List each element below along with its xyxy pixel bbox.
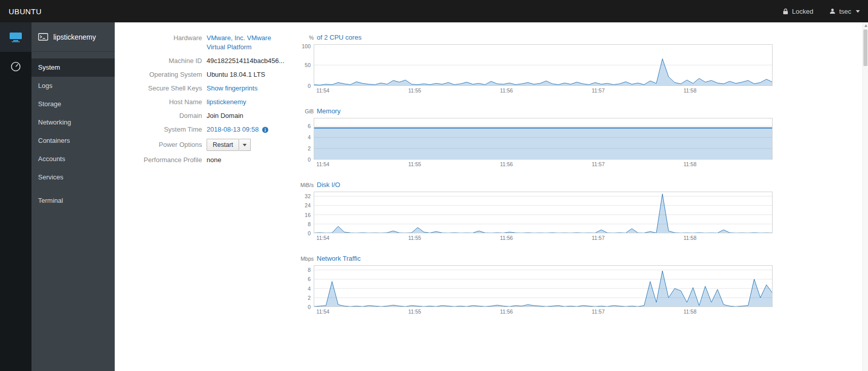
network-x-axis: 11:5411:5511:5611:5711:58 bbox=[314, 307, 773, 315]
hostname-label: Host Name bbox=[115, 98, 207, 107]
network-chart-link[interactable]: Network Traffic bbox=[317, 255, 360, 262]
y-tick-label: 6 bbox=[308, 123, 311, 129]
show-fingerprints-link[interactable]: Show fingerprints bbox=[207, 84, 277, 93]
y-tick-label: 0 bbox=[308, 230, 311, 236]
cpu-y-axis: 050100 bbox=[296, 44, 314, 86]
x-tick-label: 11:54 bbox=[316, 308, 329, 315]
machine-rail bbox=[0, 22, 31, 371]
y-tick-label: 50 bbox=[305, 62, 311, 68]
info-row-domain: Domain Join Domain bbox=[115, 111, 282, 120]
main-content: Hardware VMware, Inc. VMware Virtual Pla… bbox=[115, 22, 868, 371]
chart-series-line bbox=[314, 194, 773, 233]
disk-x-axis: 11:5411:5511:5611:5711:58 bbox=[314, 233, 773, 241]
cpu-x-axis: 11:5411:5511:5611:5711:58 bbox=[314, 86, 773, 94]
y-tick-label: 0 bbox=[308, 157, 311, 163]
restart-button[interactable]: Restart bbox=[207, 139, 239, 151]
info-row-hardware: Hardware VMware, Inc. VMware Virtual Pla… bbox=[115, 34, 282, 52]
hardware-link[interactable]: VMware, Inc. VMware Virtual Platform bbox=[207, 34, 277, 52]
disk-chart-plot[interactable] bbox=[314, 192, 773, 233]
user-label: tsec bbox=[839, 8, 851, 15]
chart-network: Mbps Network Traffic 02468 11:5411:5511:… bbox=[296, 255, 784, 315]
chart-canvas bbox=[314, 44, 773, 86]
cpu-chart-plot[interactable] bbox=[314, 44, 773, 86]
os-label: Operating System bbox=[115, 70, 207, 79]
x-tick-label: 11:54 bbox=[316, 235, 329, 241]
x-tick-label: 11:56 bbox=[500, 308, 513, 315]
user-menu[interactable]: tsec bbox=[821, 0, 868, 22]
rail-item-dashboard[interactable] bbox=[0, 52, 31, 81]
x-tick-label: 11:58 bbox=[684, 308, 697, 315]
y-tick-label: 24 bbox=[305, 202, 311, 208]
brand-logo: UBUNTU bbox=[0, 7, 42, 16]
system-time-link[interactable]: 2018-08-13 09:58 bbox=[207, 125, 259, 134]
sidebar-item-networking[interactable]: Networking bbox=[31, 113, 115, 132]
system-time-label: System Time bbox=[115, 125, 207, 134]
host-icon bbox=[38, 33, 48, 41]
info-row-profile: Performance Profile none bbox=[115, 156, 282, 165]
vertical-scrollbar[interactable] bbox=[862, 22, 868, 371]
locked-label: Locked bbox=[792, 8, 813, 15]
x-tick-label: 11:55 bbox=[408, 235, 421, 241]
info-row-system-time: System Time 2018-08-13 09:58 bbox=[115, 125, 282, 134]
rail-item-host[interactable] bbox=[0, 22, 31, 52]
info-row-os: Operating System Ubuntu 18.04.1 LTS bbox=[115, 70, 282, 79]
disk-unit-label: MiB/s bbox=[296, 182, 314, 188]
x-tick-label: 11:58 bbox=[684, 161, 697, 167]
y-tick-label: 16 bbox=[305, 212, 311, 218]
info-icon[interactable] bbox=[262, 127, 269, 133]
sidebar-separator bbox=[31, 187, 115, 192]
scrollbar-thumb[interactable] bbox=[863, 29, 867, 66]
system-info-panel: Hardware VMware, Inc. VMware Virtual Pla… bbox=[115, 34, 282, 371]
charts-column: % of 2 CPU cores 050100 11:5411:5511:561… bbox=[296, 34, 784, 371]
y-tick-label: 0 bbox=[308, 304, 311, 310]
network-y-axis: 02468 bbox=[296, 265, 314, 307]
chart-series-line bbox=[314, 59, 773, 85]
locked-button[interactable]: Locked bbox=[775, 0, 821, 22]
y-tick-label: 2 bbox=[308, 145, 311, 151]
y-tick-label: 8 bbox=[308, 267, 311, 273]
chart-area-fill bbox=[314, 194, 773, 233]
memory-chart-plot[interactable] bbox=[314, 118, 773, 160]
disk-chart-link[interactable]: Disk I/O bbox=[317, 181, 340, 189]
sidebar: lipstickenemy System Logs Storage Networ… bbox=[31, 22, 115, 371]
sidebar-item-services[interactable]: Services bbox=[31, 168, 115, 187]
performance-profile-label: Performance Profile bbox=[115, 156, 207, 165]
sidebar-item-storage[interactable]: Storage bbox=[31, 95, 115, 113]
chart-cpu: % of 2 CPU cores 050100 11:5411:5511:561… bbox=[296, 34, 784, 94]
memory-x-axis: 11:5411:5511:5611:5711:58 bbox=[314, 160, 773, 168]
memory-y-axis: 0246 bbox=[296, 118, 314, 160]
network-chart-plot[interactable] bbox=[314, 265, 773, 307]
chart-disk-io: MiB/s Disk I/O 08162432 11:5411:5511:561… bbox=[296, 181, 784, 241]
sidebar-item-system[interactable]: System bbox=[31, 58, 115, 77]
join-domain-link[interactable]: Join Domain bbox=[207, 111, 277, 120]
scroll-up-icon[interactable] bbox=[864, 24, 867, 27]
server-icon bbox=[9, 32, 22, 43]
hostname-link[interactable]: lipstickenemy bbox=[207, 98, 277, 107]
masthead: UBUNTU Locked tsec bbox=[0, 0, 868, 22]
os-value: Ubuntu 18.04.1 LTS bbox=[207, 70, 277, 79]
caret-down-icon bbox=[243, 144, 247, 146]
power-options-dropdown-button[interactable] bbox=[239, 139, 251, 151]
y-tick-label: 2 bbox=[308, 295, 311, 301]
sidebar-item-containers[interactable]: Containers bbox=[31, 132, 115, 150]
sidebar-item-logs[interactable]: Logs bbox=[31, 77, 115, 95]
plot-border bbox=[314, 192, 773, 233]
sidebar-item-accounts[interactable]: Accounts bbox=[31, 150, 115, 168]
sidebar-item-terminal[interactable]: Terminal bbox=[31, 192, 115, 210]
x-tick-label: 11:58 bbox=[684, 235, 697, 241]
info-row-machine-id: Machine ID 49c1822514114bacb456... bbox=[115, 56, 282, 66]
x-tick-label: 11:56 bbox=[500, 87, 513, 94]
y-tick-label: 32 bbox=[305, 193, 311, 199]
y-tick-label: 4 bbox=[308, 286, 311, 292]
cpu-chart-link[interactable]: of 2 CPU cores bbox=[317, 34, 361, 41]
x-tick-label: 11:57 bbox=[592, 308, 605, 315]
chevron-down-icon bbox=[856, 10, 860, 13]
hardware-label: Hardware bbox=[115, 34, 207, 52]
ssh-keys-label: Secure Shell Keys bbox=[115, 84, 207, 93]
memory-chart-link[interactable]: Memory bbox=[317, 107, 341, 115]
y-tick-label: 0 bbox=[308, 83, 311, 89]
performance-profile-value: none bbox=[207, 156, 277, 165]
x-tick-label: 11:56 bbox=[500, 235, 513, 241]
sidebar-host[interactable]: lipstickenemy bbox=[31, 22, 115, 52]
chart-memory: GiB Memory 0246 11:5411:5511:5611:5711:5… bbox=[296, 107, 784, 168]
